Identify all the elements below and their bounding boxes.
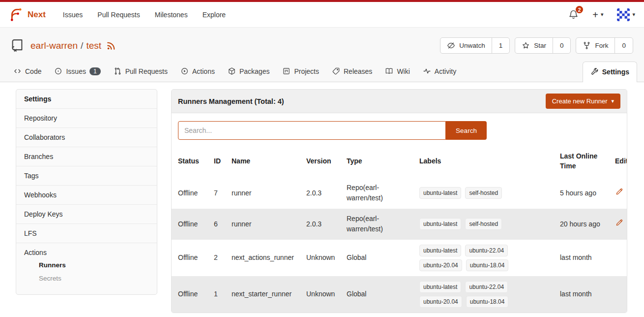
tab-label: Activity (435, 67, 456, 75)
star-label: Star (534, 42, 546, 49)
sidebar-actions-submenu: Runners Secrets (24, 256, 149, 289)
sidebar-title: Settings (16, 90, 157, 109)
sidebar-item-collaborators[interactable]: Collaborators (16, 128, 157, 147)
edit-pencil-icon[interactable] (615, 187, 624, 196)
runners-panel: Runners Management (Total: 4) Create new… (171, 89, 627, 313)
rss-feed-icon[interactable] (106, 41, 116, 51)
runner-version: 2.0.3 (302, 178, 343, 209)
create-runner-button[interactable]: Create new Runner ▾ (546, 94, 620, 109)
runner-name: runner (228, 178, 302, 209)
navbar-right: 2 + ▾ ▾ (568, 8, 635, 21)
unwatch-button[interactable]: Unwatch (440, 38, 492, 53)
runner-last-online: last month (556, 276, 611, 313)
sidebar-actions-label: Actions (24, 249, 149, 256)
sidebar-item-branches[interactable]: Branches (16, 147, 157, 166)
repo-header-band: earl-warren / test U (0, 28, 644, 82)
fork-button[interactable]: Fork (576, 38, 615, 53)
repo-header: earl-warren / test U (0, 37, 644, 62)
stars-count[interactable]: 0 (553, 38, 571, 53)
col-status: Status (172, 145, 210, 178)
create-new-menu[interactable]: + ▾ (592, 10, 603, 20)
tab-projects[interactable]: Projects (276, 63, 325, 82)
tab-wiki[interactable]: Wiki (379, 63, 416, 82)
sidebar-item-repository[interactable]: Repository (16, 109, 157, 128)
sidebar-item-tags[interactable]: Tags (16, 166, 157, 186)
runner-name: next_starter_runner (228, 276, 302, 313)
page-title: Runners Management (Total: 4) (178, 97, 284, 105)
unwatch-label: Unwatch (459, 42, 485, 49)
tab-releases[interactable]: Releases (325, 63, 379, 82)
tab-settings[interactable]: Settings (583, 62, 637, 82)
search-group: Search (178, 121, 487, 140)
play-circle-icon (180, 67, 189, 75)
label-badge: self-hosted (465, 187, 502, 199)
tab-activity[interactable]: Activity (416, 63, 463, 82)
settings-sidebar: Settings Repository Collaborators Branch… (16, 89, 157, 295)
user-menu[interactable]: ▾ (617, 8, 635, 21)
runner-id: 6 (210, 209, 228, 240)
tab-label: Packages (239, 67, 269, 75)
label-badge: ubuntu-latest (419, 281, 461, 293)
runner-edit-cell (611, 178, 627, 209)
star-button-group: Star 0 (515, 37, 571, 54)
sidebar-item-deploy-keys[interactable]: Deploy Keys (16, 205, 157, 224)
fork-label: Fork (595, 42, 608, 49)
repo-action-buttons: Unwatch 1 Star 0 (440, 37, 633, 54)
notifications-button[interactable]: 2 (568, 9, 579, 20)
tab-label: Wiki (397, 67, 410, 75)
search-button[interactable]: Search (446, 121, 487, 140)
tab-actions[interactable]: Actions (174, 63, 221, 82)
nav-item-pull-requests[interactable]: Pull Requests (90, 11, 147, 19)
sidebar-item-runners[interactable]: Runners (24, 258, 149, 272)
label-badge: ubuntu-18.04 (466, 259, 509, 271)
tab-label: Settings (602, 68, 629, 76)
tab-pull-requests[interactable]: Pull Requests (107, 63, 174, 82)
forks-count[interactable]: 0 (615, 38, 633, 53)
runner-id: 1 (210, 276, 228, 313)
label-badge: self-hosted (465, 218, 502, 230)
forgejo-logo-icon (9, 7, 23, 22)
tab-label: Pull Requests (125, 67, 168, 75)
tab-issues[interactable]: Issues 1 (48, 63, 107, 82)
pulse-icon (423, 67, 431, 75)
caret-down-icon: ▾ (611, 98, 614, 104)
wrench-icon (590, 67, 599, 76)
runner-labels: ubuntu-latest ubuntu-22.04 ubuntu-20.04 … (415, 240, 556, 276)
nav-item-explore[interactable]: Explore (195, 11, 233, 19)
runner-edit-cell (611, 209, 627, 240)
tab-code[interactable]: Code (7, 63, 48, 82)
col-version: Version (302, 145, 343, 178)
label-badge: ubuntu-20.04 (419, 296, 462, 308)
sidebar-item-secrets[interactable]: Secrets (24, 272, 149, 285)
runner-type: Global (343, 240, 415, 276)
runner-version: Unknown (302, 276, 343, 313)
edit-pencil-icon[interactable] (615, 218, 624, 227)
eye-off-icon (447, 41, 455, 50)
star-button[interactable]: Star (515, 38, 553, 53)
tab-label: Actions (192, 67, 215, 75)
watchers-count[interactable]: 1 (492, 38, 510, 53)
nav-item-milestones[interactable]: Milestones (147, 11, 195, 19)
tab-label: Releases (344, 67, 372, 75)
col-id: ID (210, 145, 228, 178)
sidebar-item-webhooks[interactable]: Webhooks (16, 186, 157, 205)
repo-owner-link[interactable]: earl-warren (30, 40, 78, 51)
label-badge: ubuntu-18.04 (466, 296, 509, 308)
sidebar-item-actions[interactable]: Actions Runners Secrets (16, 243, 157, 294)
search-input[interactable] (178, 121, 446, 140)
runner-last-online: last month (556, 240, 611, 276)
label-badge: ubuntu-latest (419, 218, 461, 230)
col-last-online: Last Online Time (556, 145, 611, 178)
brand-name: Next (28, 10, 46, 20)
runner-id: 7 (210, 178, 228, 209)
sidebar-item-lfs[interactable]: LFS (16, 224, 157, 243)
tab-packages[interactable]: Packages (221, 63, 276, 82)
home-link[interactable]: Next (9, 7, 46, 22)
nav-item-issues[interactable]: Issues (56, 11, 90, 19)
col-edit: Edit (611, 145, 627, 178)
search-row: Search (172, 113, 627, 141)
runner-last-online: 20 hours ago (556, 209, 611, 240)
runner-status: Offline (172, 178, 210, 209)
repo-name-link[interactable]: test (86, 40, 101, 51)
fork-icon (583, 41, 591, 50)
